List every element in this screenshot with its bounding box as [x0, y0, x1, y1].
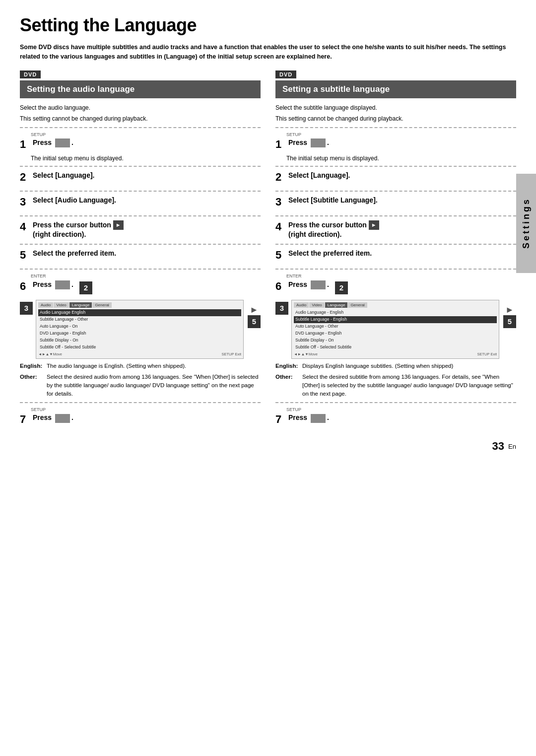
annotation-val-other-right: Select the desired subtitle from among 1…: [302, 373, 516, 399]
divider: [20, 191, 261, 192]
screen-row-6-left: Subtitle Off - Selected Subtitle: [38, 344, 241, 351]
step-2-right: 2 Select [Language].: [275, 171, 516, 187]
step-content-7-right: Press .: [288, 413, 516, 423]
screen-row-2-left: Subtitle Language - Other: [38, 316, 241, 323]
divider: [275, 269, 516, 270]
right-section-header: Setting a subtitle language: [275, 80, 516, 98]
screen-row-3-right: Auto Language - Other: [294, 323, 497, 330]
step-num-1-left: 1: [20, 139, 31, 150]
screen-row-3-left: Auto Language - On: [38, 323, 241, 330]
step-5-left: 5 Select the preferred item.: [20, 249, 261, 265]
page-number: 33: [492, 440, 504, 453]
step-content-1-right: Press .: [288, 138, 516, 148]
annotation-key-english-right: English:: [275, 362, 300, 370]
screen-arrow-5-right: ► 5: [503, 305, 516, 328]
arrow-icon-left: ►: [250, 305, 259, 315]
annotation-other-right: Other: Select the desired subtitle from …: [275, 373, 516, 399]
tab-general-left: General: [92, 302, 111, 308]
setup-label-step1-right: SETUP: [286, 132, 516, 137]
screen-row-1-left: Audio Language English: [38, 309, 241, 316]
settings-sidebar: Settings: [516, 174, 536, 273]
right-desc2: This setting cannot be changed during pl…: [275, 114, 516, 123]
step-num-3-right: 3: [275, 197, 286, 207]
step-num-3-left: 3: [20, 197, 31, 207]
step-5-right: 5 Select the preferred item.: [275, 249, 516, 265]
step-7-left: 7 Press .: [20, 413, 261, 429]
step-3-left: 3 Select [Audio Language].: [20, 196, 261, 211]
step-content-5-right: Select the preferred item.: [288, 249, 516, 259]
annotation-key-other-left: Other:: [20, 373, 45, 399]
page-suffix: En: [508, 443, 516, 450]
page-number-row: 33 En: [20, 440, 516, 453]
step-3-right: 3 Select [Subtitle Language].: [275, 196, 516, 211]
step-content-6-right: Press .: [288, 280, 329, 290]
intro-text: Some DVD discs have multiple subtitles a…: [20, 43, 516, 62]
screen-tabs-right: Audio Video Language General: [294, 302, 497, 308]
step-num-7-right: 7: [275, 414, 286, 425]
annotation-val-english-right: Displays English language subtitles. (Se…: [302, 362, 453, 370]
step-4-subtext-right: (right direction).: [288, 230, 341, 238]
screen-mock-wrapper-right: Audio Video Language General Audio Langu…: [291, 300, 499, 359]
step-num-5-left: 5: [20, 250, 31, 261]
enter-btn-6-right: [311, 280, 326, 289]
enter-label-step6-right: ENTER: [286, 274, 516, 278]
enter-label-step6-left: ENTER: [31, 274, 261, 278]
tab-language-left: Language: [69, 302, 92, 308]
tab-audio-left: Audio: [38, 302, 53, 308]
divider: [20, 215, 261, 216]
step-1-right: 1 Press .: [275, 138, 516, 154]
tab-language-right: Language: [325, 302, 348, 308]
step-num-6-right: 6: [275, 281, 286, 292]
annotation-val-other-left: Select the desired audio from among 136 …: [47, 373, 261, 399]
annotation-val-english-left: The audio language is English. (Setting …: [47, 362, 186, 370]
step-6-left-text: 6 Press .: [20, 279, 73, 297]
setup-label-step7-left: SETUP: [31, 407, 261, 412]
setup-btn-7-left: [55, 414, 70, 423]
divider: [20, 166, 261, 167]
cursor-btn-4-left: ►: [113, 220, 124, 230]
screen-footer-right: ◄►▲▼Move SETUP Exit: [294, 352, 497, 356]
screen-circle-2-left: 2: [79, 281, 92, 294]
screen-row-4-right: DVD Language - English: [294, 330, 497, 337]
right-column: DVD Setting a subtitle language Select t…: [275, 70, 516, 430]
right-desc1: Select the subtitle language displayed.: [275, 103, 516, 112]
settings-sidebar-label: Settings: [521, 198, 532, 249]
left-section-header: Setting the audio language: [20, 80, 261, 98]
screen-row-1-right: Audio Language - English: [294, 309, 497, 316]
divider: [275, 215, 516, 216]
annotation-key-other-right: Other:: [275, 373, 300, 399]
step-4-left: 4 Press the cursor button ► (right direc…: [20, 220, 261, 240]
screen-circle-3-left: 3: [20, 302, 33, 315]
tab-general-right: General: [348, 302, 367, 308]
step-content-4-right: Press the cursor button ► (right directi…: [288, 220, 516, 240]
setup-btn-1-right: [311, 138, 326, 147]
screen-row-6-right: Subtitle Off - Selected Subtitle: [294, 344, 497, 351]
step-content-3-right: Select [Subtitle Language].: [288, 196, 516, 206]
screen-footer-exit-left: SETUP Exit: [222, 352, 241, 356]
screen-arrow-5-left: ► 5: [248, 305, 261, 328]
left-desc1: Select the audio language.: [20, 103, 261, 112]
tab-audio-right: Audio: [294, 302, 309, 308]
step-num-2-right: 2: [275, 172, 286, 183]
step-num-6-left: 6: [20, 281, 31, 292]
step-content-1-left: Press .: [33, 138, 261, 148]
step-num-5-right: 5: [275, 250, 286, 261]
screen-footer-exit-right: SETUP Exit: [477, 352, 497, 356]
annotation-english-left: English: The audio language is English. …: [20, 362, 261, 370]
setup-label-step1-left: SETUP: [31, 132, 261, 137]
screen-circle-5-left: 5: [248, 315, 261, 328]
divider: [275, 127, 516, 128]
step-note-1-left: The initial setup menu is displayed.: [31, 155, 261, 162]
cursor-btn-4-right: ►: [369, 220, 379, 230]
screen-circle-2-right: 2: [335, 281, 348, 294]
screen-circle-3-right: 3: [275, 302, 288, 315]
screen-row-5-left: Subtitle Display - On: [38, 337, 241, 344]
screen-circle-5-right: 5: [503, 315, 516, 328]
page-container: Setting the Language Some DVD discs have…: [20, 15, 516, 453]
step-1-left: 1 Press .: [20, 138, 261, 154]
enter-btn-6-left: [55, 280, 70, 289]
screen-row-4-left: DVD Language - English: [38, 330, 241, 337]
divider: [20, 244, 261, 245]
tab-video-left: Video: [54, 302, 68, 308]
step-content-6-left: Press .: [33, 280, 73, 290]
